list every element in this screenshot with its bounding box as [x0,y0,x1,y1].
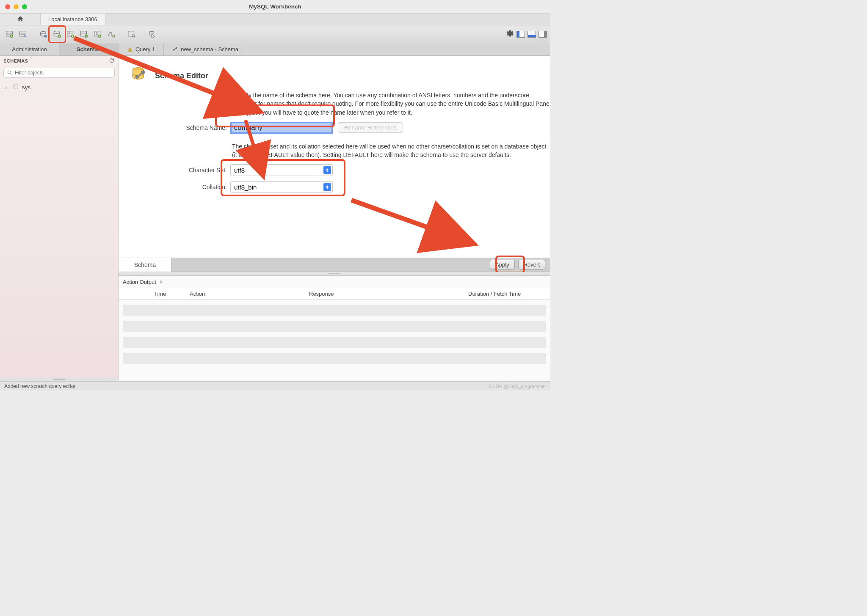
rename-references-button[interactable]: Rename References [338,122,403,133]
chevron-right-icon: › [5,84,9,91]
schema-name-input[interactable] [230,122,333,134]
svg-text:SQL: SQL [21,32,25,35]
col-action: Action [188,291,307,297]
revert-button[interactable]: Revert [518,260,545,270]
new-view-icon[interactable] [78,28,91,41]
editor-title: Schema Editor [155,72,208,80]
output-selector-icon[interactable]: ⇅ [160,280,163,284]
output-row-placeholder [123,321,546,332]
side-tab-schemas[interactable]: Schemas [59,43,119,55]
titlebar: MySQL Workbench [0,0,550,14]
schema-bottom-tab[interactable]: Schema [119,258,172,272]
col-response: Response [307,291,467,297]
settings-icon[interactable] [505,29,514,39]
svg-text:i: i [45,35,45,37]
select-arrows-icon [323,166,331,174]
svg-text:f(): f() [108,31,113,36]
tree-item-sys[interactable]: › sys [5,82,113,92]
sidebar-sash[interactable] [0,378,118,381]
svg-point-8 [54,31,60,33]
new-function-icon[interactable]: f() [105,28,118,41]
tab-label: Administration [12,46,47,52]
tab-label: new_schema - Schema [181,46,238,52]
charset-label: Character Set: [173,167,227,173]
output-columns: Time Action Response Duration / Fetch Ti… [119,288,550,300]
watermark: CSDN @Dark_programmer [489,384,546,389]
home-tab[interactable] [0,13,41,25]
statusbar: Added new scratch query editor CSDN @Dar… [0,381,550,390]
connection-tab[interactable]: Local instance 3306 [41,13,105,25]
select-arrows-icon [323,183,331,191]
svg-point-21 [149,31,154,33]
tree-item-label: sys [22,84,30,91]
connection-tab-label: Local instance 3306 [48,16,97,22]
svg-point-22 [8,71,11,74]
new-sql-tab-icon[interactable]: SQL [3,28,16,41]
search-table-icon[interactable] [125,28,138,41]
output-row-placeholder [123,305,546,316]
tab-new-schema[interactable]: new_schema - Schema [164,43,247,55]
schema-tree: › sys [0,80,118,95]
schema-name-label: Schema Name: [173,124,227,131]
open-sql-file-icon[interactable]: SQL [17,28,30,41]
tab-query-1[interactable]: Query 1 [119,43,164,55]
schemas-sidebar: SCHEMAS › sys [0,56,119,381]
charset-select[interactable] [230,164,333,176]
apply-button[interactable]: Apply [490,260,515,270]
toggle-left-panel-icon[interactable] [516,31,525,38]
tab-label: Query 1 [135,46,155,52]
schemas-header: SCHEMAS [3,58,28,63]
schema-editor-icon [130,66,149,86]
output-pane: Action Output ⇅ Time Action Response Dur… [119,275,550,381]
svg-text:SQL: SQL [7,32,12,35]
refresh-icon[interactable] [109,58,115,64]
new-schema-icon[interactable] [51,28,64,41]
app-title: MySQL Workbench [0,3,550,10]
col-time: Time [152,291,188,297]
filter-objects-input[interactable] [3,68,115,78]
toggle-bottom-panel-icon[interactable] [527,31,536,38]
new-procedure-icon[interactable] [91,28,104,41]
output-sash[interactable] [119,272,550,275]
collation-select[interactable] [230,181,333,193]
database-icon [12,83,19,92]
schema-name-description: Specify the name of the schema here. You… [232,91,550,117]
charset-description: The character set and its collation sele… [232,142,550,160]
tab-label: Schema [134,261,156,268]
reconnect-icon[interactable] [146,28,158,41]
col-duration: Duration / Fetch Time [467,291,550,297]
inspector-icon[interactable]: i [37,28,50,41]
output-row-placeholder [123,337,546,348]
output-header-label: Action Output [123,279,156,285]
connection-tabs: Local instance 3306 [0,14,550,25]
collation-label: Collation: [173,184,227,190]
tab-label: Schemas [77,46,101,52]
svg-rect-19 [128,31,134,36]
schema-bottom-tab-bar: Schema Apply Revert [119,258,550,272]
editor-tab-strip: Administration Schemas Query 1 new_schem… [0,43,550,56]
side-tab-administration[interactable]: Administration [0,43,59,55]
svg-point-5 [41,31,46,34]
editor-content: Schema Editor Specify the name of the sc… [119,56,550,381]
svg-point-15 [96,32,98,34]
toggle-right-panel-icon[interactable] [538,31,547,38]
new-table-icon[interactable] [64,28,77,41]
output-row-placeholder [123,353,546,364]
status-text: Added new scratch query editor [4,383,76,389]
main-toolbar: SQL SQL i f() [0,25,550,43]
